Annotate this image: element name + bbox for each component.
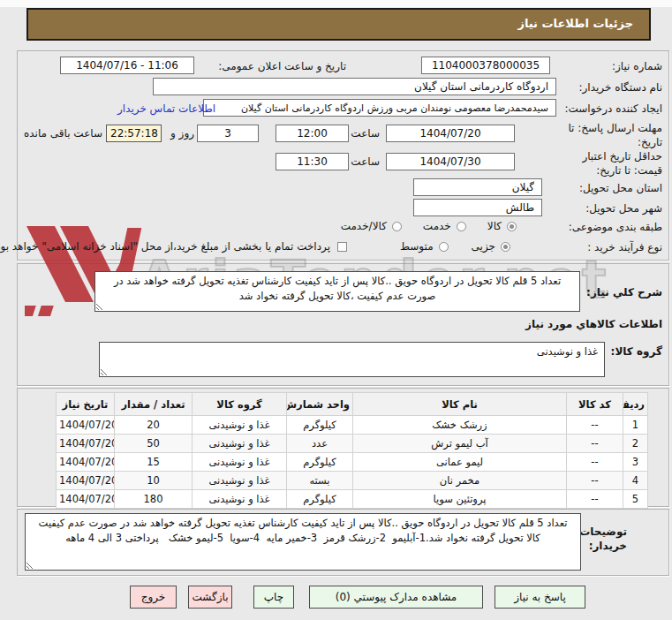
cell-name: آب لیمو ترش <box>353 435 567 453</box>
top-strip <box>0 0 672 7</box>
cell-row: 5 <box>623 490 648 509</box>
announce-datetime-field[interactable] <box>60 57 194 74</box>
radio-service-icon[interactable] <box>457 222 466 231</box>
table-row: 4 -- مخمر نان بسته غذا و نوشیدنی 10 1404… <box>57 472 648 490</box>
delivery-province-label: استان محل تحویل: <box>579 182 662 194</box>
radio-medium-icon[interactable] <box>439 242 449 252</box>
cell-row: 3 <box>623 453 648 472</box>
cell-code: -- <box>567 453 623 472</box>
cell-name: زرشک خشک <box>353 416 567 435</box>
cell-qty: 50 <box>115 435 193 453</box>
remaining-days-field[interactable] <box>197 125 259 142</box>
radio-medium[interactable]: متوسط <box>400 240 449 253</box>
cell-group: غذا و نوشیدنی <box>193 435 287 453</box>
cell-group: غذا و نوشیدنی <box>193 416 287 435</box>
goods-table: ردیف کد کالا نام کالا واحد شمارش گروه کا… <box>56 392 648 509</box>
cell-group: غذا و نوشیدنی <box>193 472 287 490</box>
price-validity-label: حداقل تاریخ اعتبار قیمت: تا تاریخ: <box>563 149 662 178</box>
radio-service[interactable]: خدمت <box>423 220 466 232</box>
countdown-timer: 22:57:18 <box>106 125 162 142</box>
back-button[interactable]: بازگشت <box>188 586 232 609</box>
cell-date: 1404/07/20 <box>57 453 115 472</box>
cell-qty: 10 <box>115 472 193 490</box>
cell-qty: 180 <box>115 490 193 509</box>
col-row: ردیف <box>623 393 648 416</box>
cell-unit: عدد <box>287 435 353 453</box>
process-type-label: نوع فرآیند خرید : <box>587 241 662 253</box>
exit-button[interactable]: خروج <box>130 586 177 609</box>
cell-qty: 20 <box>115 416 193 435</box>
classification-label: طبقه بندی موضوعی: <box>569 221 662 233</box>
delivery-city-label: شهر محل تحویل: <box>585 202 662 215</box>
table-row: 3 -- لیمو عمانی کیلوگرم غذا و نوشیدنی 15… <box>57 453 648 472</box>
radio-minor[interactable]: جزیی <box>472 240 510 253</box>
cell-row: 4 <box>623 472 648 490</box>
buyer-contact-link[interactable]: اطلاعات تماس خریدار <box>117 102 215 115</box>
col-code: کد کالا <box>567 393 623 416</box>
reply-deadline-date-field[interactable] <box>386 125 515 142</box>
need-number-label: شماره نیاز: <box>612 60 662 72</box>
goods-group-textarea[interactable] <box>99 342 605 377</box>
reply-deadline-hour-label: ساعت <box>351 127 380 140</box>
reply-deadline-label: مهلت ارسال پاسخ: تا تاریخ: <box>563 121 662 149</box>
goods-table-header-row: ردیف کد کالا نام کالا واحد شمارش گروه کا… <box>57 393 648 416</box>
buyer-notes-textarea[interactable] <box>25 513 581 571</box>
radio-goods-service-icon[interactable] <box>392 222 402 231</box>
classification-radio-group: کالا خدمت کالا/خدمت <box>341 220 517 232</box>
request-creator-label: ایجاد کننده درخواست: <box>564 102 662 115</box>
col-name: نام کالا <box>353 393 567 416</box>
cell-unit: بسته <box>287 472 353 490</box>
need-description-label: شرح کلي نیاز: <box>586 286 662 299</box>
hours-remaining-label: ساعت باقی مانده <box>24 127 102 140</box>
price-validity-time-field[interactable] <box>276 153 349 170</box>
cell-date: 1404/07/20 <box>57 490 115 509</box>
cell-group: غذا و نوشیدنی <box>193 490 287 509</box>
cell-row: 1 <box>623 416 648 435</box>
cell-date: 1404/07/20 <box>57 416 115 435</box>
cell-code: -- <box>567 490 623 509</box>
goods-group-label: گروه کالا: <box>611 345 662 358</box>
radio-service-label: خدمت <box>423 220 451 232</box>
need-description-textarea[interactable] <box>94 271 580 312</box>
radio-minor-icon[interactable] <box>501 242 510 252</box>
cell-unit: کیلوگرم <box>287 453 353 472</box>
radio-medium-label: متوسط <box>400 240 434 253</box>
page-title: جزئیات اطلاعات نیاز <box>26 8 651 41</box>
buyer-org-field[interactable] <box>153 78 556 95</box>
col-unit: واحد شمارش <box>287 393 353 416</box>
price-validity-hour-label: ساعت <box>351 155 380 168</box>
cell-unit: کیلوگرم <box>287 490 353 509</box>
radio-goods-service-label: کالا/خدمت <box>341 220 387 232</box>
reply-deadline-time-field[interactable] <box>276 125 349 142</box>
radio-goods-service[interactable]: کالا/خدمت <box>341 220 402 232</box>
col-qty: تعداد / مقدار <box>115 393 193 416</box>
cell-code: -- <box>567 416 623 435</box>
days-and-label: روز و <box>170 127 194 140</box>
radio-minor-label: جزیی <box>472 240 495 253</box>
price-validity-date-field[interactable] <box>386 153 515 170</box>
cell-code: -- <box>567 435 623 453</box>
need-number-field[interactable] <box>421 57 550 74</box>
cell-qty: 15 <box>115 453 193 472</box>
view-attachments-button[interactable]: مشاهده مدارک پیوستي (0) <box>309 586 483 609</box>
table-row: 5 -- پروتئین سویا کیلوگرم غذا و نوشیدنی … <box>57 490 648 509</box>
col-date: تاریخ نیاز <box>57 393 115 416</box>
announce-datetime-label: تاریخ و ساعت اعلان عمومی: <box>218 60 346 72</box>
request-creator-field[interactable] <box>203 99 556 117</box>
delivery-province-field[interactable] <box>413 178 542 196</box>
tender-detail-page: { "header": { "title": "جزئیات اطلاعات ن… <box>0 0 672 620</box>
cell-name: مخمر نان <box>353 472 567 490</box>
cell-date: 1404/07/20 <box>57 435 115 453</box>
reply-to-need-button[interactable]: پاسخ به نیاز <box>495 586 585 609</box>
cell-code: -- <box>567 472 623 490</box>
cell-row: 2 <box>623 435 648 453</box>
radio-goods-label: کالا <box>487 220 502 232</box>
print-button[interactable]: چاپ <box>253 586 294 609</box>
treasury-checkbox[interactable] <box>337 242 347 252</box>
radio-goods-icon[interactable] <box>507 222 517 231</box>
delivery-city-field[interactable] <box>413 199 542 216</box>
cell-date: 1404/07/20 <box>57 472 115 490</box>
radio-goods[interactable]: کالا <box>487 220 517 232</box>
treasury-checkbox-row: پرداخت تمام یا بخشی از مبلغ خرید،از محل … <box>0 240 347 253</box>
process-type-radio-group: جزیی متوسط <box>400 240 510 253</box>
